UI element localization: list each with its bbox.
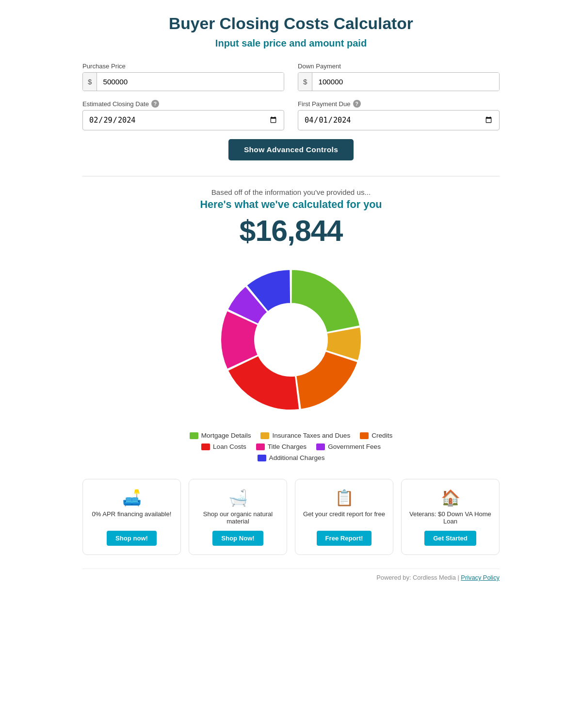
chart-legend: Mortgage DetailsInsurance Taxes and Dues… xyxy=(82,432,500,461)
section-divider xyxy=(82,176,500,176)
first-payment-group: First Payment Due ? xyxy=(298,100,500,130)
promo-text-2: Get your credit report for free xyxy=(303,510,385,526)
purchase-price-prefix: $ xyxy=(83,73,97,91)
closing-date-group: Estimated Closing Date ? xyxy=(82,100,284,130)
promo-cards-row: 🛋️ 0% APR financing available! Shop now!… xyxy=(82,479,500,555)
legend-item: Mortgage Details xyxy=(190,432,251,439)
promo-button-1[interactable]: Shop Now! xyxy=(212,531,263,546)
first-payment-input[interactable] xyxy=(298,110,500,130)
form-row-1: Purchase Price $ Down Payment $ xyxy=(82,63,500,91)
purchase-price-input[interactable] xyxy=(97,73,284,91)
legend-color xyxy=(201,443,210,450)
promo-icon-0: 🛋️ xyxy=(122,490,142,506)
promo-button-2[interactable]: Free Report! xyxy=(317,531,372,546)
promo-text-0: 0% APR financing available! xyxy=(92,510,172,526)
promo-icon-3: 🏠 xyxy=(441,490,460,506)
result-intro: Based off of the information you've prov… xyxy=(82,188,500,196)
legend-color xyxy=(190,432,198,439)
form-row-2: Estimated Closing Date ? First Payment D… xyxy=(82,100,500,130)
down-payment-input[interactable] xyxy=(312,73,499,91)
closing-date-help-icon[interactable]: ? xyxy=(151,100,159,108)
footer: Powered by: Cordless Media | Privacy Pol… xyxy=(82,569,500,586)
page-subtitle: Input sale price and amount paid xyxy=(82,38,500,49)
promo-button-3[interactable]: Get Started xyxy=(424,531,476,546)
legend-item: Additional Charges xyxy=(258,454,325,461)
legend-color xyxy=(360,432,369,439)
legend-label: Additional Charges xyxy=(269,454,325,461)
advanced-controls-button[interactable]: Show Advanced Controls xyxy=(228,139,354,160)
down-payment-group: Down Payment $ xyxy=(298,63,500,91)
legend-color xyxy=(258,455,266,461)
purchase-price-group: Purchase Price $ xyxy=(82,63,284,91)
page-title: Buyer Closing Costs Calculator xyxy=(82,15,500,33)
down-payment-input-wrapper: $ xyxy=(298,72,500,91)
promo-icon-1: 🛁 xyxy=(228,490,248,506)
promo-card-0: 🛋️ 0% APR financing available! Shop now! xyxy=(82,479,181,555)
down-payment-prefix: $ xyxy=(298,73,312,91)
legend-item: Government Fees xyxy=(316,443,381,450)
legend-item: Insurance Taxes and Dues xyxy=(260,432,350,439)
legend-label: Insurance Taxes and Dues xyxy=(272,432,350,439)
down-payment-label: Down Payment xyxy=(298,63,500,70)
purchase-price-label: Purchase Price xyxy=(82,63,284,70)
result-amount: $16,844 xyxy=(82,214,500,248)
legend-color xyxy=(316,443,325,450)
promo-card-3: 🏠 Veterans: $0 Down VA Home Loan Get Sta… xyxy=(401,479,500,555)
legend-color xyxy=(256,443,265,450)
chart-segment xyxy=(296,351,357,410)
promo-icon-2: 📋 xyxy=(335,490,354,506)
footer-powered-by: Powered by: Cordless Media | xyxy=(376,574,461,581)
promo-text-1: Shop our organic natural material xyxy=(196,510,280,526)
legend-label: Title Charges xyxy=(268,443,307,450)
donut-chart-container xyxy=(82,257,500,422)
legend-item: Title Charges xyxy=(256,443,307,450)
legend-label: Loan Costs xyxy=(213,443,246,450)
closing-date-input[interactable] xyxy=(82,110,284,130)
legend-label: Credits xyxy=(372,432,392,439)
purchase-price-input-wrapper: $ xyxy=(82,72,284,91)
first-payment-label: First Payment Due ? xyxy=(298,100,500,108)
legend-color xyxy=(260,432,269,439)
footer-privacy-link[interactable]: Privacy Policy xyxy=(461,574,500,581)
donut-chart xyxy=(209,257,373,422)
legend-item: Loan Costs xyxy=(201,443,246,450)
closing-date-label: Estimated Closing Date ? xyxy=(82,100,284,108)
legend-label: Government Fees xyxy=(328,443,381,450)
promo-card-2: 📋 Get your credit report for free Free R… xyxy=(295,479,393,555)
promo-text-3: Veterans: $0 Down VA Home Loan xyxy=(408,510,492,526)
promo-card-1: 🛁 Shop our organic natural material Shop… xyxy=(189,479,287,555)
legend-label: Mortgage Details xyxy=(201,432,251,439)
chart-segment xyxy=(291,269,360,332)
legend-item: Credits xyxy=(360,432,392,439)
promo-button-0[interactable]: Shop now! xyxy=(107,531,157,546)
first-payment-help-icon[interactable]: ? xyxy=(353,100,361,108)
result-heading: Here's what we've calculated for you xyxy=(82,198,500,211)
